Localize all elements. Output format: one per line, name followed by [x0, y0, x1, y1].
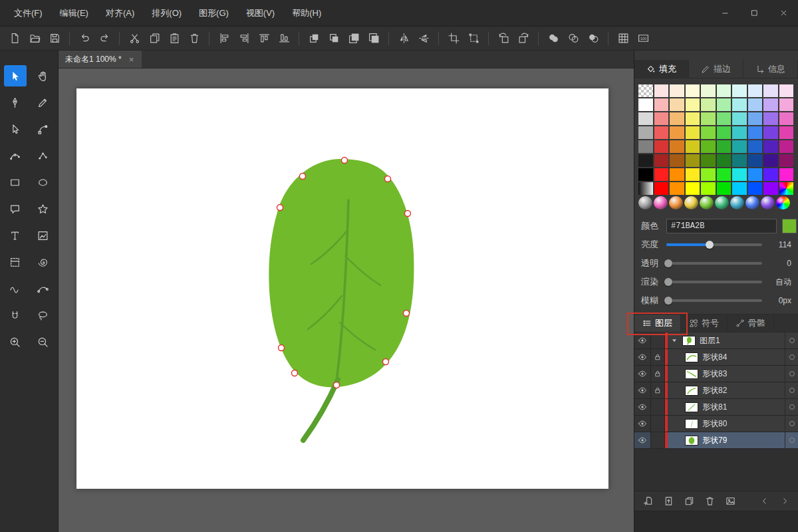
- delete-button[interactable]: [185, 29, 203, 48]
- canvas-viewport[interactable]: [59, 68, 634, 532]
- text-tool[interactable]: [4, 225, 27, 246]
- color-swatch[interactable]: [638, 112, 653, 125]
- layer-row-shape-82[interactable]: 形状82: [634, 382, 798, 399]
- layer-row-shape-79[interactable]: 形状79: [634, 432, 798, 449]
- align-top-button[interactable]: [255, 29, 273, 48]
- color-swatch[interactable]: [748, 154, 763, 167]
- flip-vertical-button[interactable]: [414, 29, 433, 48]
- color-swatch[interactable]: [717, 112, 732, 125]
- color-swatch[interactable]: [717, 168, 732, 181]
- layer-row-shape-84[interactable]: 形状84: [634, 349, 798, 366]
- color-swatch[interactable]: [686, 98, 700, 111]
- color-swatch[interactable]: [732, 154, 747, 167]
- copy-button[interactable]: [145, 29, 164, 48]
- layer-target-indicator[interactable]: [785, 416, 798, 432]
- visibility-toggle[interactable]: [634, 382, 651, 398]
- color-swatch[interactable]: [763, 140, 778, 153]
- visibility-toggle[interactable]: [634, 399, 651, 415]
- slider-render-track[interactable]: [666, 281, 762, 283]
- color-swatch[interactable]: [701, 112, 716, 125]
- color-swatch[interactable]: [654, 98, 669, 111]
- color-swatch[interactable]: [654, 168, 669, 181]
- crop-button[interactable]: [444, 29, 463, 48]
- color-swatch[interactable]: [779, 140, 794, 153]
- close-button[interactable]: [769, 0, 798, 26]
- color-swatch[interactable]: [654, 140, 669, 153]
- flip-horizontal-button[interactable]: [394, 29, 413, 48]
- color-swatch[interactable]: [717, 84, 732, 97]
- rotate-ccw-button[interactable]: [494, 29, 513, 48]
- color-swatch[interactable]: [686, 126, 700, 139]
- color-swatch[interactable]: [763, 84, 778, 97]
- slider-blur-thumb[interactable]: [664, 297, 672, 305]
- leaf-shape[interactable]: [76, 88, 608, 489]
- gradient-sphere-swatch[interactable]: [730, 196, 744, 209]
- visibility-toggle[interactable]: [634, 432, 651, 448]
- triangle-down-icon[interactable]: [670, 336, 678, 344]
- delete-layer-button[interactable]: [703, 495, 716, 508]
- scatter-tool[interactable]: [32, 145, 55, 166]
- layer-content[interactable]: 形状83: [668, 366, 785, 382]
- convert-anchor-tool[interactable]: [32, 118, 55, 140]
- undo-button[interactable]: [75, 29, 94, 48]
- layer-row-shape-81[interactable]: 形状81: [634, 399, 798, 416]
- menu-item-help[interactable]: 帮助(H): [283, 0, 330, 26]
- slider-blur-track[interactable]: [666, 299, 762, 302]
- color-swatch[interactable]: [732, 112, 747, 125]
- color-swatch[interactable]: [670, 154, 684, 167]
- color-swatch[interactable]: [638, 140, 653, 153]
- color-swatch[interactable]: [732, 126, 747, 139]
- tab-symbols[interactable]: 符号: [681, 315, 728, 332]
- minimize-button[interactable]: [710, 0, 739, 26]
- color-swatch[interactable]: [686, 154, 700, 167]
- color-swatch[interactable]: [763, 98, 778, 111]
- layer-target-indicator[interactable]: [785, 432, 798, 448]
- raise-layer-button[interactable]: [662, 495, 675, 508]
- color-swatch[interactable]: [748, 112, 763, 125]
- color-swatch[interactable]: [763, 154, 778, 167]
- color-swatch[interactable]: [701, 182, 716, 195]
- color-swatch[interactable]: [670, 168, 684, 181]
- lock-toggle[interactable]: [651, 382, 665, 398]
- color-swatch[interactable]: [779, 182, 794, 195]
- layer-content[interactable]: 形状84: [668, 349, 785, 365]
- color-swatch[interactable]: [686, 140, 700, 153]
- select-tool[interactable]: [4, 65, 27, 86]
- lock-toggle[interactable]: [651, 349, 665, 365]
- gradient-sphere-swatch[interactable]: [745, 196, 759, 209]
- color-swatch[interactable]: [779, 126, 794, 139]
- color-swatch[interactable]: [717, 126, 732, 139]
- color-swatch[interactable]: [701, 140, 716, 153]
- tab-layers[interactable]: 图层: [634, 315, 681, 332]
- visibility-toggle[interactable]: [634, 332, 651, 348]
- color-swatch[interactable]: [748, 168, 763, 181]
- layer-target-indicator[interactable]: [785, 399, 798, 415]
- bubble-tool[interactable]: [4, 198, 27, 219]
- color-swatch[interactable]: [638, 98, 653, 111]
- tab-stroke[interactable]: 描边: [689, 60, 743, 78]
- new-file-button[interactable]: [5, 29, 24, 48]
- color-value-input[interactable]: [666, 219, 777, 233]
- color-swatch[interactable]: [701, 98, 716, 111]
- paste-button[interactable]: [165, 29, 184, 48]
- prev-button[interactable]: [757, 495, 771, 508]
- union-button[interactable]: [544, 29, 563, 48]
- color-swatch[interactable]: [763, 168, 778, 181]
- color-swatch[interactable]: [670, 84, 684, 97]
- color-swatch[interactable]: [717, 154, 732, 167]
- color-swatch[interactable]: [686, 168, 700, 181]
- pen-tool[interactable]: [4, 92, 27, 113]
- color-swatch[interactable]: [670, 112, 684, 125]
- zoom-100-button[interactable]: 100: [634, 29, 652, 48]
- gradient-sphere-swatch[interactable]: [669, 196, 683, 209]
- gradient-sphere-swatch[interactable]: [684, 196, 698, 209]
- slider-opacity-track[interactable]: [666, 262, 762, 265]
- layer-row-shape-80[interactable]: 形状80: [634, 416, 798, 432]
- layer-row-shape-83[interactable]: 形状83: [634, 366, 798, 382]
- color-swatch[interactable]: [717, 140, 732, 153]
- layer-content[interactable]: 形状81: [668, 399, 785, 415]
- color-swatch[interactable]: [748, 140, 763, 153]
- smooth-tool[interactable]: [32, 278, 55, 299]
- color-swatch[interactable]: [732, 168, 747, 181]
- slider-opacity-thumb[interactable]: [664, 259, 672, 267]
